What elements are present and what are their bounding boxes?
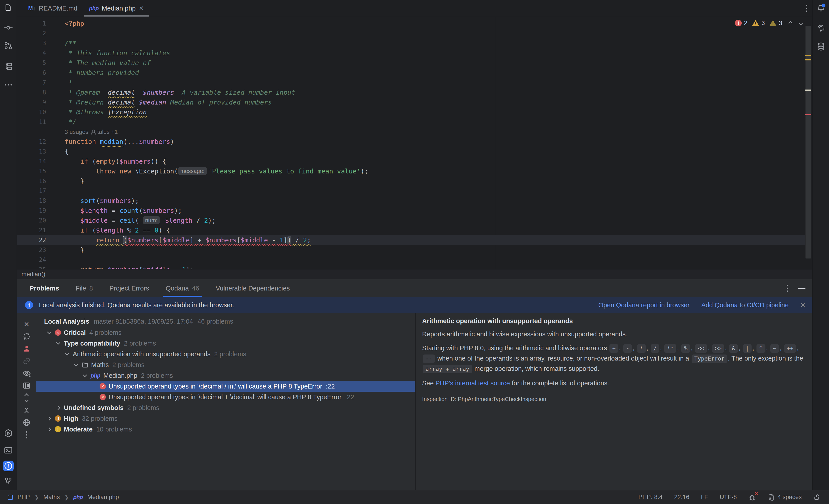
- more-vertical-icon[interactable]: [22, 430, 31, 439]
- code-line[interactable]: 13{: [17, 147, 804, 156]
- more-icon[interactable]: [3, 79, 14, 90]
- code-line[interactable]: 20 $middle = ceil( num: $length / 2);: [17, 216, 804, 225]
- warning-mark[interactable]: [805, 55, 811, 56]
- usages-inlay[interactable]: 3 usagestales +1: [46, 127, 118, 137]
- code-lines[interactable]: 1<?php23/**4 * This function calculates5…: [17, 19, 804, 269]
- code-line[interactable]: 8 * @param decimal $numbers A variable s…: [17, 87, 804, 97]
- tab-file[interactable]: File8: [76, 279, 93, 297]
- add-qodana-cicd-link[interactable]: Add Qodana to CI/CD pipeline: [701, 301, 789, 309]
- problems-tree[interactable]: Local Analysis master 81b5386a, 19/09/25…: [36, 313, 416, 490]
- minimize-icon[interactable]: [798, 288, 805, 289]
- chevron-down-icon[interactable]: [44, 332, 54, 333]
- reviewer-icon[interactable]: [22, 344, 31, 353]
- php-version[interactable]: PHP: 8.4: [638, 494, 662, 501]
- indent-config[interactable]: 4 spaces: [768, 494, 802, 501]
- code-line[interactable]: 25 return $numbers[$middle - 1];: [17, 265, 804, 269]
- tree-row[interactable]: phpMedian.php2 problems: [36, 370, 416, 381]
- notifications-bell-icon[interactable]: [816, 3, 826, 13]
- tree-row[interactable]: Undefined symbols2 problems: [36, 402, 416, 413]
- close-icon[interactable]: ✕: [22, 320, 31, 328]
- next-problem-icon[interactable]: [799, 21, 803, 25]
- code-line[interactable]: 7 *: [17, 78, 804, 87]
- globe-icon[interactable]: [22, 418, 31, 427]
- tree-row[interactable]: ✕Unsupported operand types in '\decimal …: [36, 381, 416, 392]
- link-icon[interactable]: [22, 357, 31, 365]
- code-line[interactable]: 23 }: [17, 245, 804, 255]
- breadcrumb-php[interactable]: PHP: [17, 494, 30, 501]
- tree-row[interactable]: Maths2 problems: [36, 359, 416, 370]
- bug-icon[interactable]: ✕: [749, 494, 756, 501]
- previous-problem-icon[interactable]: [788, 21, 792, 25]
- layout-icon[interactable]: [22, 381, 31, 390]
- code-line[interactable]: 16 }: [17, 176, 804, 186]
- chevron-down-icon[interactable]: [80, 375, 90, 376]
- tab-project-errors[interactable]: Project Errors: [109, 279, 149, 297]
- banner-close-icon[interactable]: ✕: [800, 301, 805, 309]
- usages-label[interactable]: 3 usages: [65, 127, 88, 137]
- code-line[interactable]: 3/**: [17, 38, 804, 48]
- tab-qodana[interactable]: Qodana46: [166, 279, 199, 297]
- status-breadcrumb[interactable]: PHP ❯ Maths ❯ php Median.php: [8, 494, 119, 501]
- commit-icon[interactable]: [3, 23, 14, 33]
- tab-median-php[interactable]: phpMedian.php✕: [83, 0, 150, 16]
- php-test-source-link[interactable]: PHP's internal test source: [436, 380, 510, 387]
- refresh-icon[interactable]: [22, 332, 31, 341]
- author-label[interactable]: tales +1: [97, 127, 118, 137]
- caret-mark[interactable]: [805, 89, 811, 91]
- close-icon[interactable]: ✕: [139, 5, 144, 12]
- tree-row[interactable]: !Moderate10 problems: [36, 424, 416, 435]
- breadcrumb-maths[interactable]: Maths: [43, 494, 60, 501]
- chevron-right-icon[interactable]: [44, 428, 54, 431]
- problems-icon[interactable]: !: [3, 461, 14, 471]
- database-icon[interactable]: [816, 41, 826, 52]
- collapse-all-icon[interactable]: [22, 406, 31, 415]
- tab-vulnerable-dependencies[interactable]: Vulnerable Dependencies: [216, 279, 290, 297]
- lock-icon[interactable]: [813, 494, 820, 501]
- code-line[interactable]: 5 * The median value of: [17, 58, 804, 68]
- tab-readme-md[interactable]: M↓README.md: [23, 0, 83, 16]
- run-icon[interactable]: [3, 428, 14, 439]
- caret-position[interactable]: 22:16: [674, 494, 689, 501]
- code-line[interactable]: 19 $length = count($numbers);: [17, 206, 804, 216]
- panel-options-icon[interactable]: [787, 285, 788, 292]
- code-line[interactable]: 1<?php: [17, 19, 804, 28]
- expand-all-icon[interactable]: [22, 393, 31, 402]
- code-line[interactable]: 11 */: [17, 117, 804, 127]
- code-line[interactable]: 17: [17, 186, 804, 196]
- tab-options-icon[interactable]: [806, 5, 807, 12]
- tree-row[interactable]: Arithmetic operation with unsupported op…: [36, 349, 416, 359]
- folder-icon[interactable]: [3, 2, 14, 13]
- code-line[interactable]: 12function median(...$numbers): [17, 137, 804, 147]
- breadcrumb-item[interactable]: median(): [22, 271, 45, 278]
- code-line[interactable]: 6 * numbers provided: [17, 68, 804, 78]
- code-line[interactable]: 15 throw new \Exception(message:'Please …: [17, 166, 804, 176]
- editor-breadcrumb[interactable]: median(): [17, 269, 812, 279]
- preview-icon[interactable]: [22, 369, 31, 378]
- code-line[interactable]: 24: [17, 255, 804, 265]
- scrollbar-thumb[interactable]: [805, 26, 811, 258]
- tree-row[interactable]: !!High32 problems: [36, 413, 416, 424]
- pull-request-icon[interactable]: [3, 40, 14, 51]
- code-line[interactable]: 2: [17, 28, 804, 38]
- code-line[interactable]: 14 if (empty($numbers)) {: [17, 156, 804, 166]
- line-separator[interactable]: LF: [701, 494, 708, 501]
- code-line[interactable]: 21 if ($length % 2 == 0) {: [17, 225, 804, 235]
- warning-mark[interactable]: [805, 59, 811, 61]
- file-encoding[interactable]: UTF-8: [720, 494, 737, 501]
- chevron-down-icon[interactable]: [71, 364, 81, 366]
- code-line[interactable]: 4 * This function calculates: [17, 48, 804, 58]
- chevron-down-icon[interactable]: [62, 353, 72, 355]
- code-line[interactable]: 10 * @throws \Exception: [17, 107, 804, 117]
- inspection-widget[interactable]: ! 2 ! 3 ! 3: [735, 20, 802, 27]
- code-line[interactable]: 18 sort($numbers);: [17, 196, 804, 206]
- tree-row[interactable]: Type compatibility2 problems: [36, 338, 416, 349]
- code-editor[interactable]: 1<?php23/**4 * This function calculates5…: [17, 17, 812, 269]
- chevron-right-icon[interactable]: [53, 406, 63, 409]
- git-branch-icon[interactable]: [3, 476, 14, 487]
- chevron-right-icon[interactable]: [44, 417, 54, 420]
- terminal-icon[interactable]: [3, 445, 14, 456]
- ai-assistant-icon[interactable]: [816, 23, 826, 33]
- structure-icon[interactable]: [3, 61, 14, 72]
- open-qodana-report-link[interactable]: Open Qodana report in browser: [599, 301, 690, 309]
- code-vision-row[interactable]: 3 usagestales +1: [17, 127, 804, 137]
